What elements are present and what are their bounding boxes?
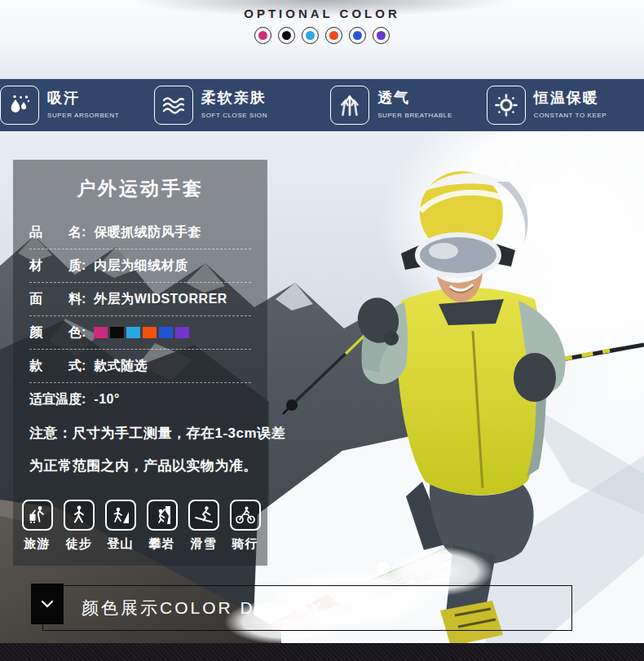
- spec-row-fabric: 面料: 外层为WIDSTORRER: [29, 283, 251, 316]
- arrows-up-icon: [330, 86, 369, 125]
- color-swatch-blue[interactable]: [349, 27, 366, 44]
- spec-label: 颜色: [29, 324, 82, 342]
- spec-value: 款式随选: [94, 358, 148, 375]
- activity-rock-climbing: 攀岩: [145, 494, 179, 552]
- spec-label: 款式: [29, 358, 82, 375]
- color-square-blue[interactable]: [159, 327, 173, 338]
- activity-travel: 旅游: [20, 494, 55, 552]
- color-swatch-purple[interactable]: [373, 27, 390, 44]
- activity-label: 旅游: [24, 536, 51, 552]
- mountaineering-icon: [105, 500, 136, 531]
- color-swatch-magenta[interactable]: [254, 27, 271, 44]
- spec-label: 面料: [29, 291, 82, 308]
- color-display-title: 颜色展示COLOR DISPIAY: [82, 597, 324, 619]
- spec-label: 品名: [29, 224, 82, 241]
- chevron-down-icon: [37, 594, 57, 614]
- waves-icon: [154, 86, 193, 125]
- color-swatch-orange[interactable]: [325, 27, 342, 44]
- spec-value: 外层为WIDSTORRER: [94, 291, 227, 308]
- hiking-icon: [64, 500, 95, 531]
- color-swatch-black[interactable]: [278, 27, 295, 44]
- activity-skiing: 滑雪: [187, 494, 221, 552]
- spec-rows: 品名: 保暖抓绒防风手套 材质: 内层为细绒材质 面料: 外层为WIDSTORR…: [13, 216, 267, 416]
- feature-zh: 恒温保暖: [534, 90, 599, 106]
- color-square-magenta[interactable]: [94, 327, 108, 338]
- spec-value: 内层为细绒材质: [94, 258, 188, 275]
- spec-row-color: 颜色:: [29, 316, 251, 350]
- feature-breathable: 透气 SUPER BREATHABLE: [330, 86, 462, 125]
- feature-warm: 恒温保暖 CONSTANT TO KEEP: [487, 86, 644, 125]
- feature-en: SOFT CLOSE SION: [201, 112, 267, 119]
- feature-bar: 吸汗 SUPER ARSORBENT 柔软亲肤 SOFT CLOSE SION: [0, 79, 644, 131]
- color-square-black[interactable]: [110, 327, 124, 338]
- sun-icon: [487, 86, 526, 125]
- activity-label: 攀岩: [149, 536, 175, 552]
- feature-en: SUPER BREATHABLE: [377, 112, 452, 119]
- spec-row-style: 款式: 款式随选: [29, 350, 251, 383]
- feature-absorbent: 吸汗 SUPER ARSORBENT: [0, 86, 130, 125]
- activity-mountaineering: 登山: [104, 494, 138, 552]
- activity-label: 滑雪: [191, 536, 217, 552]
- water-drops-icon: [0, 86, 39, 125]
- color-option-row: [0, 27, 644, 44]
- color-swatch-cyan[interactable]: [302, 27, 319, 44]
- optional-color-header: OPTIONAL COLOR: [0, 0, 644, 79]
- rock-climbing-icon: [147, 500, 178, 531]
- activity-label: 徒步: [66, 536, 92, 552]
- activity-hiking: 徒步: [62, 494, 96, 552]
- bottom-divider-strip: [0, 643, 644, 661]
- color-square-purple[interactable]: [175, 327, 189, 338]
- product-title: 户外运动手套: [13, 160, 267, 216]
- feature-zh: 透气: [377, 90, 410, 106]
- spec-row-temperature: 适宜温度: -10°: [29, 383, 251, 416]
- color-squares: [94, 327, 189, 338]
- measurement-note: 注意：尺寸为手工测量，存在1-3cm误差 为正常范围之内，产品以实物为准。: [13, 416, 267, 483]
- skiing-icon: [188, 500, 219, 531]
- color-square-orange[interactable]: [143, 327, 157, 338]
- cycling-icon: [230, 500, 261, 531]
- product-detail-page: OPTIONAL COLOR 吸汗 SUPER ARSORBENT: [0, 0, 644, 661]
- spec-label: 适宜温度: [29, 391, 82, 408]
- spec-row-name: 品名: 保暖抓绒防风手套: [29, 216, 251, 249]
- feature-en: CONSTANT TO KEEP: [534, 112, 607, 119]
- activity-label: 登山: [108, 536, 134, 552]
- spec-value: -10°: [94, 392, 120, 407]
- feature-zh: 吸汗: [47, 90, 80, 106]
- color-display-chevron-chip[interactable]: [31, 584, 64, 624]
- activity-cycling: 骑行: [228, 494, 262, 552]
- feature-zh: 柔软亲肤: [201, 90, 267, 106]
- spec-row-material: 材质: 内层为细绒材质: [29, 249, 251, 283]
- optional-color-title: OPTIONAL COLOR: [0, 7, 644, 20]
- activity-row: 旅游 徒步: [13, 483, 267, 552]
- spec-label: 材质: [29, 258, 82, 275]
- feature-soft: 柔软亲肤 SOFT CLOSE SION: [154, 86, 306, 125]
- feature-en: SUPER ARSORBENT: [47, 112, 119, 119]
- activity-label: 骑行: [232, 536, 258, 552]
- spec-value: 保暖抓绒防风手套: [94, 224, 201, 241]
- travel-icon: [22, 500, 53, 531]
- product-info-panel: 户外运动手套 品名: 保暖抓绒防风手套 材质: 内层为细绒材质 面料: 外层为W…: [13, 160, 267, 566]
- color-square-cyan[interactable]: [126, 327, 140, 338]
